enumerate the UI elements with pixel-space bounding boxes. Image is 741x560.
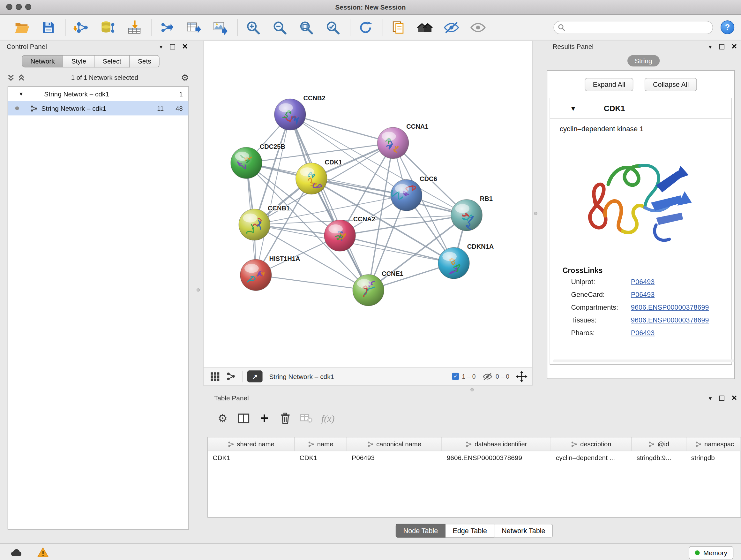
save-session-button[interactable] xyxy=(39,18,58,37)
function-builder-button[interactable]: f(x) xyxy=(321,413,334,424)
right-splitter-handle[interactable] xyxy=(534,212,537,215)
graph-node-hist1h1a[interactable]: HIST1H1A xyxy=(240,255,300,291)
tab-network-table[interactable]: Network Table xyxy=(495,524,553,538)
column-header-canonical-name[interactable]: canonical name xyxy=(347,437,442,451)
panel-menu-icon[interactable]: ▾ xyxy=(709,394,712,401)
selected-checkbox-icon[interactable]: ✓ xyxy=(452,373,459,380)
graph-edge[interactable] xyxy=(256,275,368,290)
delete-table-button[interactable] xyxy=(296,409,317,428)
zoom-selected-button[interactable] xyxy=(323,18,342,37)
table-settings-button[interactable]: ⚙ xyxy=(212,409,233,428)
graph-node-ccna1[interactable]: CCNA1 xyxy=(378,123,428,159)
birds-eye-view-button[interactable] xyxy=(210,372,220,381)
panel-float-icon[interactable] xyxy=(170,44,175,49)
graph-node-cdc25b[interactable]: CDC25B xyxy=(231,143,285,179)
panel-menu-icon[interactable]: ▾ xyxy=(709,43,712,50)
cloud-button[interactable] xyxy=(10,547,23,560)
table-row[interactable]: CDK1CDK1P064939606.ENSP00000378699cyclin… xyxy=(208,451,741,464)
crosslink-link[interactable]: P06493 xyxy=(631,291,655,298)
crosslink-link[interactable]: 9606.ENSP00000378699 xyxy=(631,316,709,324)
maximize-window-button[interactable] xyxy=(25,4,31,10)
help-button[interactable]: ? xyxy=(721,20,734,34)
change-style-button[interactable] xyxy=(415,18,434,37)
pan-crosshair-icon[interactable] xyxy=(516,371,528,382)
network-collection-row[interactable]: ▼ String Network – cdk1 1 xyxy=(8,87,188,101)
show-all-button[interactable] xyxy=(468,18,488,37)
clone-network-button[interactable] xyxy=(389,18,408,37)
zoom-fit-button[interactable] xyxy=(297,18,316,37)
tab-network[interactable]: Network xyxy=(22,55,63,68)
detach-view-button[interactable]: ↗ xyxy=(247,370,263,382)
string-tab-badge[interactable]: String xyxy=(627,55,660,67)
graph-node-cdk1[interactable]: CDK1 xyxy=(296,159,342,194)
graph-node-cdc6[interactable]: CDC6 xyxy=(391,175,437,211)
import-network-button[interactable] xyxy=(72,18,91,37)
minimize-window-button[interactable] xyxy=(16,4,22,10)
table-cell[interactable]: 9606.ENSP00000378699 xyxy=(442,454,551,461)
left-splitter-handle[interactable] xyxy=(197,288,200,292)
show-columns-button[interactable] xyxy=(233,409,254,428)
network-canvas[interactable]: CCNB2CCNA1CDC25BCDK1CDC6RB1CCNB1CCNA2CDK… xyxy=(204,41,532,368)
refresh-button[interactable] xyxy=(356,18,375,37)
graph-node-ccnb1[interactable]: CCNB1 xyxy=(239,205,290,240)
gene-section-header[interactable]: ▼ CDK1 xyxy=(550,98,731,119)
column-header-shared-name[interactable]: shared name xyxy=(208,437,295,451)
network-overview-button[interactable] xyxy=(226,372,235,381)
expand-all-icon[interactable] xyxy=(18,74,25,81)
table-cell[interactable]: CDK1 xyxy=(208,454,295,461)
tab-select[interactable]: Select xyxy=(95,55,130,68)
export-table-button[interactable] xyxy=(184,18,203,37)
graph-node-ccnb2[interactable]: CCNB2 xyxy=(274,95,326,130)
memory-button[interactable]: Memory xyxy=(689,546,733,560)
tree-expander-icon[interactable]: ▼ xyxy=(18,91,24,97)
column-header--id[interactable]: @id xyxy=(632,437,686,451)
gear-icon[interactable]: ⚙ xyxy=(181,73,189,82)
graph-edge[interactable] xyxy=(256,114,290,275)
zoom-out-button[interactable] xyxy=(270,18,289,37)
crosslink-link[interactable]: P06493 xyxy=(631,278,655,286)
export-image-button[interactable] xyxy=(211,18,230,37)
panel-close-icon[interactable]: ✕ xyxy=(731,394,737,402)
create-column-button[interactable]: + xyxy=(254,409,275,428)
import-table-button[interactable] xyxy=(125,18,144,37)
graph-edge[interactable] xyxy=(290,114,368,290)
column-header-namespac[interactable]: namespac xyxy=(686,437,741,451)
tab-node-table[interactable]: Node Table xyxy=(396,524,446,538)
table-cell[interactable]: P06493 xyxy=(347,454,442,461)
tab-style[interactable]: Style xyxy=(63,55,94,68)
crosslink-link[interactable]: P06493 xyxy=(631,329,655,337)
collapse-all-icon[interactable] xyxy=(8,74,14,81)
open-session-button[interactable] xyxy=(12,18,31,37)
zoom-in-button[interactable] xyxy=(244,18,263,37)
export-network-button[interactable] xyxy=(158,18,177,37)
table-cell[interactable]: cyclin–dependent ... xyxy=(551,454,632,461)
panel-close-icon[interactable]: ✕ xyxy=(731,42,737,51)
results-scrollbar[interactable] xyxy=(553,360,735,362)
bottom-splitter-handle[interactable] xyxy=(470,388,474,391)
tab-edge-table[interactable]: Edge Table xyxy=(446,524,495,538)
section-collapse-icon[interactable]: ▼ xyxy=(570,105,576,112)
column-header-description[interactable]: description xyxy=(551,437,632,451)
crosslink-link[interactable]: 9606.ENSP00000378699 xyxy=(631,304,709,311)
tab-sets[interactable]: Sets xyxy=(130,55,160,68)
graph-node-rb1[interactable]: RB1 xyxy=(451,195,493,231)
expand-all-button[interactable]: Expand All xyxy=(585,78,633,91)
panel-float-icon[interactable] xyxy=(719,395,724,400)
column-header-database-identifier[interactable]: database identifier xyxy=(442,437,551,451)
table-cell[interactable]: stringdb xyxy=(686,454,741,461)
network-row[interactable]: String Network – cdk1 11 48 xyxy=(8,101,188,116)
delete-column-button[interactable] xyxy=(275,409,295,428)
close-window-button[interactable] xyxy=(6,4,12,10)
panel-close-icon[interactable]: ✕ xyxy=(182,42,188,51)
warnings-button[interactable] xyxy=(37,547,49,560)
panel-float-icon[interactable] xyxy=(719,44,724,49)
table-cell[interactable]: stringdb:9... xyxy=(632,454,686,461)
string-network-graph[interactable]: CCNB2CCNA1CDC25BCDK1CDC6RB1CCNB1CCNA2CDK… xyxy=(204,41,532,368)
panel-menu-icon[interactable]: ▾ xyxy=(159,43,163,50)
table-cell[interactable]: CDK1 xyxy=(295,454,347,461)
graph-edge[interactable] xyxy=(290,114,393,143)
column-header-name[interactable]: name xyxy=(295,437,347,451)
collapse-all-button[interactable]: Collapse All xyxy=(645,78,697,91)
hide-selected-button[interactable] xyxy=(442,18,461,37)
graph-edge[interactable] xyxy=(312,179,467,215)
